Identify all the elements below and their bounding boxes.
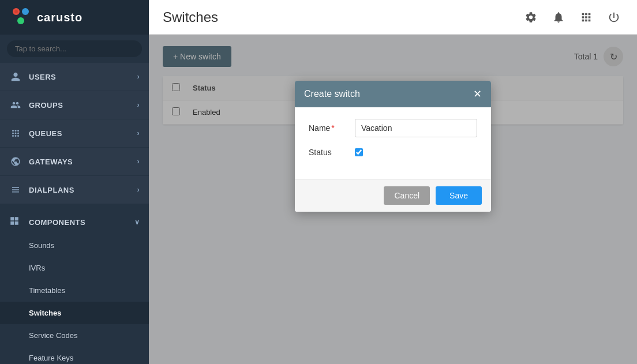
chevron-right-icon: ›: [137, 186, 140, 194]
name-form-group: Name*: [309, 119, 477, 137]
modal-title: Create switch: [304, 89, 360, 99]
sidebar-item-sounds[interactable]: Sounds: [0, 234, 149, 257]
search-bar: [0, 35, 149, 63]
main-content: Switches + New switch Total 1: [149, 0, 637, 364]
grid-icon[interactable]: [577, 8, 595, 27]
sidebar-item-dialplans-label: DIALPLANS: [29, 186, 74, 194]
svg-point-2: [17, 17, 24, 24]
modal-header: Create switch ✕: [295, 81, 491, 107]
sidebar-logo: carusto: [0, 0, 149, 35]
svg-point-5: [15, 130, 17, 132]
status-checkbox[interactable]: [355, 148, 363, 156]
svg-point-8: [15, 133, 17, 134]
svg-point-12: [17, 135, 19, 137]
status-form-group: Status: [309, 148, 477, 157]
svg-point-1: [22, 8, 29, 15]
save-button[interactable]: Save: [436, 186, 482, 205]
chevron-down-icon: ∨: [134, 218, 140, 226]
svg-point-4: [12, 130, 14, 132]
sidebar-item-feature-keys[interactable]: Feature Keys: [0, 347, 149, 364]
topbar: Switches: [149, 0, 637, 35]
logo-text: carusto: [37, 11, 83, 24]
page-title: Switches: [163, 9, 218, 25]
modal-footer: Cancel Save: [295, 179, 491, 212]
svg-point-9: [17, 133, 19, 134]
sidebar-item-groups[interactable]: GROUPS ›: [0, 91, 149, 119]
logo-icon: [9, 6, 32, 29]
sidebar-item-components[interactable]: COMPONENTS ∨: [0, 210, 149, 234]
person-icon: [9, 70, 22, 83]
group-icon: [9, 99, 22, 111]
sidebar-item-dialplans[interactable]: DIALPLANS ›: [0, 176, 149, 204]
sidebar-item-users-label: USERS: [29, 73, 56, 81]
sidebar-item-switches[interactable]: Switches: [0, 302, 149, 324]
svg-point-10: [12, 135, 14, 137]
sidebar-item-queues[interactable]: QUEUES ›: [0, 119, 149, 148]
queues-icon: [9, 127, 22, 140]
search-input[interactable]: [7, 40, 142, 57]
bell-icon[interactable]: [549, 8, 568, 27]
name-label: Name*: [309, 123, 355, 133]
status-label: Status: [309, 148, 355, 157]
components-section: COMPONENTS ∨ Sounds IVRs Timetables Swit…: [0, 204, 149, 364]
name-input[interactable]: [355, 119, 477, 137]
sidebar-item-gateways[interactable]: GATEWAYS ›: [0, 148, 149, 176]
svg-point-6: [17, 130, 19, 132]
chevron-right-icon: ›: [137, 129, 140, 137]
sidebar: carusto USERS › GROUPS › QUEUES ›: [0, 0, 149, 364]
svg-point-7: [12, 133, 14, 134]
sidebar-item-service-codes[interactable]: Service Codes: [0, 324, 149, 347]
sidebar-item-groups-label: GROUPS: [29, 101, 63, 110]
chevron-right-icon: ›: [137, 73, 140, 81]
topbar-icons: [522, 8, 623, 27]
sidebar-item-queues-label: QUEUES: [29, 129, 62, 138]
components-label: COMPONENTS: [29, 218, 85, 227]
modal-overlay: Create switch ✕ Name* Status: [149, 35, 637, 364]
sidebar-item-users[interactable]: USERS ›: [0, 63, 149, 91]
sidebar-item-timetables[interactable]: Timetables: [0, 279, 149, 302]
svg-point-11: [15, 135, 17, 137]
dialplan-icon: [9, 183, 22, 196]
chevron-right-icon: ›: [137, 157, 140, 166]
components-icon: [9, 216, 22, 228]
globe-icon: [9, 155, 22, 168]
power-icon[interactable]: [605, 8, 623, 27]
modal-body: Name* Status: [295, 107, 491, 179]
cancel-button[interactable]: Cancel: [384, 186, 430, 205]
settings-icon[interactable]: [522, 8, 540, 27]
sidebar-item-ivrs[interactable]: IVRs: [0, 257, 149, 279]
modal-close-button[interactable]: ✕: [473, 89, 482, 99]
content-area: + New switch Total 1 ↻ Status Name: [149, 35, 637, 364]
svg-point-3: [14, 10, 18, 13]
chevron-right-icon: ›: [137, 101, 140, 109]
required-indicator: *: [331, 123, 334, 133]
create-switch-modal: Create switch ✕ Name* Status: [295, 81, 491, 212]
sidebar-item-gateways-label: GATEWAYS: [29, 157, 73, 166]
